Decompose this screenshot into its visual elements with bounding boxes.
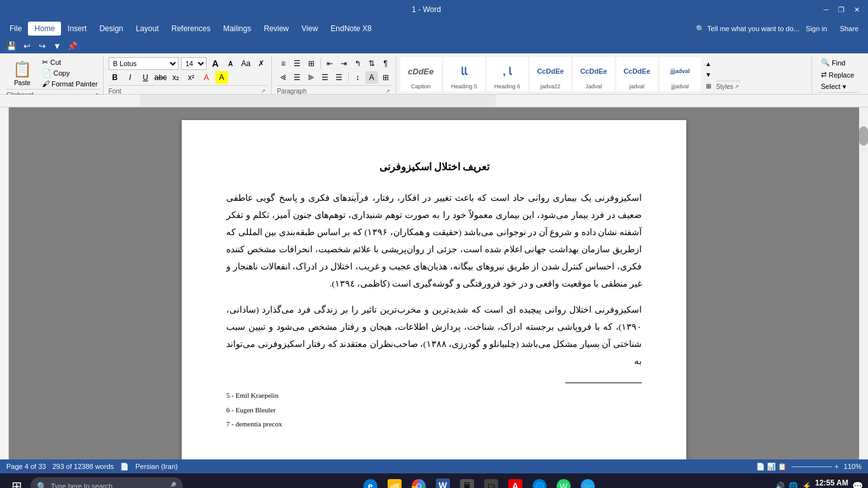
- increase-indent-button[interactable]: ⇥: [337, 57, 350, 70]
- taskbar-calculator[interactable]: 🖩: [457, 476, 477, 488]
- taskbar-whatsapp[interactable]: W: [553, 476, 574, 488]
- bullets-button[interactable]: ≡: [277, 57, 290, 70]
- style-jadva22-label: jadva22: [532, 83, 569, 90]
- format-painter-button[interactable]: 🖌 Format Painter: [39, 79, 100, 89]
- font-size-select[interactable]: 14: [181, 57, 207, 70]
- show-marks-button[interactable]: ¶: [379, 57, 392, 70]
- menu-references[interactable]: References: [165, 22, 217, 36]
- taskbar-chrome[interactable]: [409, 476, 429, 488]
- customize-qa-button[interactable]: ▼: [51, 39, 64, 52]
- menu-layout[interactable]: Layout: [130, 22, 165, 36]
- bold-button[interactable]: B: [109, 71, 121, 84]
- minimize-button[interactable]: ─: [821, 4, 831, 15]
- style-jadval[interactable]: CcDdEe Jadval: [573, 57, 614, 92]
- italic-button[interactable]: I: [124, 71, 137, 84]
- sign-in-button[interactable]: Sign in: [799, 25, 834, 32]
- style-heading5[interactable]: ﺎﺎ Heading 5: [444, 57, 485, 92]
- shrink-font-button[interactable]: A: [224, 57, 237, 70]
- menu-design[interactable]: Design: [93, 22, 129, 36]
- clear-formatting-button[interactable]: ✗: [255, 57, 268, 70]
- styles-scroll-up[interactable]: ▲: [703, 59, 714, 69]
- tray-icon-1[interactable]: 🔊: [775, 482, 785, 488]
- superscript-button[interactable]: x²: [185, 71, 198, 84]
- paste-button[interactable]: 📋 Paste: [6, 57, 38, 89]
- taskbar-explorer[interactable]: 📁: [384, 476, 405, 488]
- close-button[interactable]: ✕: [851, 4, 862, 15]
- multilevel-button[interactable]: ⊞: [305, 57, 318, 70]
- taskbar-left: ⊞ 🔍 Type here to search 🎤: [5, 475, 183, 488]
- style-jadval2-label: jadval: [619, 83, 655, 90]
- rtl-button[interactable]: ↰: [351, 57, 364, 70]
- undo-button[interactable]: ↩: [20, 39, 33, 52]
- font-expand[interactable]: ↗: [260, 87, 268, 95]
- redo-button[interactable]: ↪: [36, 39, 48, 52]
- menu-mailings[interactable]: Mailings: [217, 22, 257, 36]
- style-heading6[interactable]: , ﺎ Heading 6: [487, 57, 528, 92]
- underline-button[interactable]: U: [139, 71, 152, 84]
- align-center-button[interactable]: ☰: [291, 71, 304, 84]
- style-jadval2[interactable]: CcDdEe jadval: [616, 57, 658, 92]
- tray-icon-3[interactable]: ⚡: [802, 482, 811, 488]
- style-caption[interactable]: cDdEe Caption: [400, 57, 442, 92]
- share-button[interactable]: Share: [834, 25, 865, 32]
- language-label[interactable]: Persian (Iran): [135, 463, 178, 470]
- style-jjjadval[interactable]: jjjadval jjjadval: [660, 57, 701, 92]
- menu-endnote[interactable]: EndNote X8: [324, 22, 378, 36]
- menu-home[interactable]: Home: [28, 22, 61, 36]
- cut-button[interactable]: ✂ Cut: [39, 57, 100, 67]
- notification-icon[interactable]: 💬: [852, 481, 863, 488]
- vertical-scrollbar[interactable]: [859, 107, 868, 459]
- menu-view[interactable]: View: [295, 22, 325, 36]
- highlight-button[interactable]: A: [215, 71, 228, 84]
- save-button[interactable]: 💾: [5, 39, 18, 52]
- font-name-select[interactable]: B Lotus: [109, 57, 179, 70]
- strikethrough-button[interactable]: abc: [154, 71, 167, 84]
- microphone-icon[interactable]: 🎤: [166, 482, 177, 489]
- replace-button[interactable]: ⇄ Replace: [818, 69, 859, 80]
- taskbar-edge[interactable]: e: [360, 476, 381, 488]
- decrease-indent-button[interactable]: ⇤: [323, 57, 336, 70]
- font-color-button[interactable]: A: [200, 71, 213, 84]
- menu-insert[interactable]: Insert: [61, 22, 93, 36]
- search-bar[interactable]: 🔍 Type here to search 🎤: [31, 477, 183, 488]
- styles-expand-btn[interactable]: ↗: [733, 83, 741, 90]
- zoom-slider[interactable]: ───────── +: [792, 463, 839, 470]
- taskbar-app11[interactable]: 🐦: [578, 476, 598, 488]
- line-spacing-button[interactable]: ↕: [351, 71, 364, 84]
- styles-scroll-down[interactable]: ▼: [703, 70, 714, 80]
- paragraph-1[interactable]: اسکیزوفرنی یک بیماری روانی حاد است که با…: [226, 189, 642, 292]
- grow-font-button[interactable]: A: [209, 57, 222, 70]
- tray-icon-2[interactable]: 🌐: [789, 482, 798, 488]
- subscript-button[interactable]: x₂: [170, 71, 182, 84]
- taskbar-app9[interactable]: 🌐: [529, 476, 550, 488]
- select-button[interactable]: Select ▾: [818, 81, 859, 92]
- justify-rtl-button[interactable]: ☰: [333, 71, 346, 84]
- menu-review[interactable]: Review: [257, 22, 295, 36]
- clipboard-group: 📋 Paste ✂ Cut 📄 Copy 🖌 Format Painter: [4, 56, 104, 94]
- document-scroll[interactable]: تعریف اختلال اسکیزوفرنی اسکیزوفرنی یک بی…: [9, 107, 859, 459]
- sort-button[interactable]: ⇅: [365, 57, 378, 70]
- style-jadva22[interactable]: CcDdEe jadva22: [530, 57, 571, 92]
- numbering-button[interactable]: ☰: [291, 57, 304, 70]
- zoom-level[interactable]: 110%: [844, 463, 862, 470]
- copy-button[interactable]: 📄 Copy: [39, 68, 100, 78]
- change-case-button[interactable]: Aa: [240, 57, 252, 70]
- taskbar-acrobat[interactable]: A: [505, 476, 526, 488]
- start-button[interactable]: ⊞: [5, 475, 28, 488]
- shading-button[interactable]: A: [365, 71, 378, 84]
- taskbar-word[interactable]: W: [433, 476, 453, 488]
- borders-button[interactable]: ⊞: [379, 71, 392, 84]
- find-button[interactable]: 🔍 Find: [818, 57, 859, 68]
- styles-expand[interactable]: ⊞: [703, 81, 714, 91]
- tell-me-bar[interactable]: 🔍Tell me what you want to do...: [696, 25, 799, 33]
- paragraph-expand[interactable]: ↗: [384, 87, 392, 95]
- restore-button[interactable]: ❐: [836, 4, 846, 15]
- menu-file[interactable]: File: [3, 22, 28, 36]
- align-right-button[interactable]: ⫸: [305, 71, 318, 84]
- align-left-button[interactable]: ⫷: [277, 71, 290, 84]
- clock-display[interactable]: 12:55 AM 7/16/2019: [815, 478, 848, 489]
- paragraph-2[interactable]: اسکیزوفرنی اختلال روانی پیچیده ای است که…: [226, 301, 642, 370]
- justify-button[interactable]: ☰: [319, 71, 332, 84]
- taskbar-files[interactable]: 🗂: [481, 476, 501, 488]
- scrollbar-thumb[interactable]: [859, 126, 868, 146]
